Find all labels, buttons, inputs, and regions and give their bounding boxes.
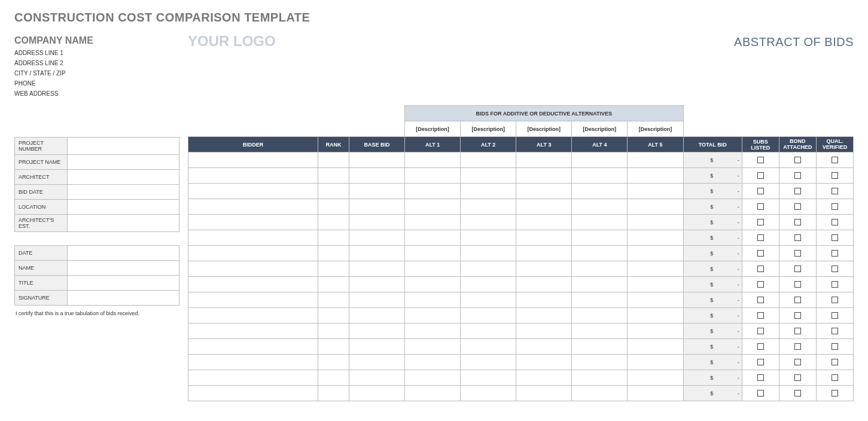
value-project-name[interactable] (68, 155, 179, 170)
cell-alt3[interactable] (516, 292, 572, 308)
checkbox-icon[interactable] (794, 234, 801, 241)
cell-alt4[interactable] (572, 277, 628, 292)
checkbox-icon[interactable] (832, 188, 838, 194)
checkbox-icon[interactable] (832, 266, 838, 272)
cell-base-bid[interactable] (349, 215, 404, 230)
checkbox-icon[interactable] (757, 390, 764, 396)
cell-bidder[interactable] (188, 230, 318, 246)
cell-alt5[interactable] (628, 324, 683, 339)
cell-bidder[interactable] (188, 199, 318, 215)
cell-alt4[interactable] (572, 324, 628, 339)
cell-alt2[interactable] (461, 152, 516, 168)
checkbox-icon[interactable] (832, 374, 838, 381)
checkbox-icon[interactable] (757, 203, 764, 210)
cell-alt3[interactable] (516, 370, 572, 386)
cell-alt2[interactable] (461, 277, 516, 292)
cell-alt4[interactable] (572, 246, 628, 261)
cell-bidder[interactable] (188, 246, 318, 261)
checkbox-icon[interactable] (757, 172, 764, 179)
cell-bidder[interactable] (188, 292, 318, 308)
checkbox-icon[interactable] (794, 343, 801, 350)
cell-bidder[interactable] (188, 370, 318, 386)
cell-base-bid[interactable] (349, 168, 404, 184)
cell-alt5[interactable] (628, 355, 683, 370)
cell-base-bid[interactable] (349, 292, 404, 308)
cell-alt5[interactable] (628, 215, 683, 230)
cell-base-bid[interactable] (349, 261, 404, 277)
checkbox-icon[interactable] (794, 359, 801, 365)
cell-rank[interactable] (318, 355, 349, 370)
cell-rank[interactable] (318, 308, 349, 324)
checkbox-icon[interactable] (832, 172, 838, 179)
cell-bidder[interactable] (188, 261, 318, 277)
cell-alt1[interactable] (405, 277, 461, 292)
cell-alt2[interactable] (461, 324, 516, 339)
cell-alt5[interactable] (628, 230, 683, 246)
cell-alt5[interactable] (628, 168, 683, 184)
cell-alt3[interactable] (516, 261, 572, 277)
checkbox-icon[interactable] (832, 203, 838, 210)
checkbox-icon[interactable] (757, 266, 764, 272)
checkbox-icon[interactable] (757, 328, 764, 334)
cell-alt3[interactable] (516, 308, 572, 324)
value-project-number[interactable] (68, 138, 179, 155)
cell-base-bid[interactable] (349, 199, 404, 215)
cell-alt2[interactable] (461, 370, 516, 386)
checkbox-icon[interactable] (794, 328, 801, 334)
value-signature[interactable] (68, 291, 179, 306)
cell-alt1[interactable] (405, 246, 461, 261)
checkbox-icon[interactable] (757, 250, 764, 257)
cell-rank[interactable] (318, 168, 349, 184)
checkbox-icon[interactable] (832, 219, 838, 225)
value-architect[interactable] (68, 170, 179, 185)
cell-base-bid[interactable] (349, 386, 404, 401)
cell-rank[interactable] (318, 184, 349, 199)
cell-alt2[interactable] (461, 230, 516, 246)
checkbox-icon[interactable] (757, 234, 764, 241)
cell-base-bid[interactable] (349, 152, 404, 168)
cell-rank[interactable] (318, 339, 349, 355)
value-bid-date[interactable] (68, 185, 179, 200)
cell-rank[interactable] (318, 324, 349, 339)
value-title[interactable] (68, 276, 179, 291)
cell-alt3[interactable] (516, 339, 572, 355)
checkbox-icon[interactable] (794, 188, 801, 194)
cell-alt1[interactable] (405, 184, 461, 199)
cell-alt1[interactable] (405, 370, 461, 386)
cell-alt2[interactable] (461, 308, 516, 324)
checkbox-icon[interactable] (832, 157, 838, 163)
cell-alt4[interactable] (572, 386, 628, 401)
cell-alt4[interactable] (572, 199, 628, 215)
cell-alt1[interactable] (405, 355, 461, 370)
cell-alt2[interactable] (461, 339, 516, 355)
cell-rank[interactable] (318, 152, 349, 168)
cell-rank[interactable] (318, 215, 349, 230)
cell-alt5[interactable] (628, 386, 683, 401)
cell-alt5[interactable] (628, 370, 683, 386)
cell-base-bid[interactable] (349, 370, 404, 386)
checkbox-icon[interactable] (794, 266, 801, 272)
cell-alt2[interactable] (461, 246, 516, 261)
checkbox-icon[interactable] (757, 281, 764, 288)
cell-alt4[interactable] (572, 215, 628, 230)
checkbox-icon[interactable] (794, 203, 801, 210)
cell-bidder[interactable] (188, 308, 318, 324)
cell-alt4[interactable] (572, 184, 628, 199)
checkbox-icon[interactable] (832, 234, 838, 241)
cell-bidder[interactable] (188, 168, 318, 184)
cell-base-bid[interactable] (349, 277, 404, 292)
cell-alt3[interactable] (516, 199, 572, 215)
cell-alt3[interactable] (516, 152, 572, 168)
value-date[interactable] (68, 246, 179, 261)
cell-alt5[interactable] (628, 199, 683, 215)
cell-alt5[interactable] (628, 246, 683, 261)
cell-rank[interactable] (318, 292, 349, 308)
cell-alt4[interactable] (572, 292, 628, 308)
cell-base-bid[interactable] (349, 339, 404, 355)
alt-desc-2[interactable]: [Description] (461, 121, 516, 137)
cell-bidder[interactable] (188, 277, 318, 292)
checkbox-icon[interactable] (757, 312, 764, 319)
cell-alt3[interactable] (516, 324, 572, 339)
cell-alt1[interactable] (405, 152, 461, 168)
checkbox-icon[interactable] (794, 297, 801, 303)
